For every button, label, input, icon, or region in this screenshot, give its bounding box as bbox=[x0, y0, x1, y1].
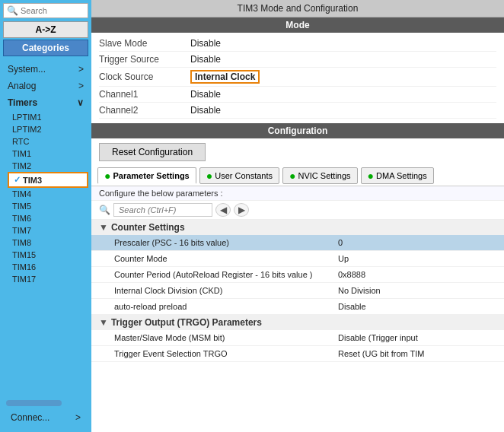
categories-button[interactable]: Categories bbox=[3, 40, 88, 56]
sidebar-item-analog[interactable]: Analog > bbox=[3, 78, 88, 94]
tab-nvic-settings[interactable]: ● NVIC Settings bbox=[282, 167, 358, 184]
trigger-output-label: Trigger Output (TRGO) Parameters bbox=[111, 317, 262, 328]
param-name-counter-period: Counter Period (AutoReload Register - 16… bbox=[91, 268, 335, 281]
tab-dot-params: ● bbox=[104, 170, 110, 181]
param-row-prescaler[interactable]: Prescaler (PSC - 16 bits value) 0 bbox=[91, 235, 504, 251]
tab-label-params: Parameter Settings bbox=[113, 171, 189, 180]
counter-settings-header: ▼ Counter Settings bbox=[91, 220, 504, 235]
sidebar-subitem-tim15[interactable]: TIM15 bbox=[8, 249, 88, 261]
main-content: TIM3 Mode and Configuration Mode Slave M… bbox=[91, 0, 504, 432]
reset-configuration-button[interactable]: Reset Configuration bbox=[99, 143, 206, 161]
sidebar-subitem-tim2[interactable]: TIM2 bbox=[8, 160, 88, 172]
chevron-right-icon-connect: > bbox=[75, 412, 81, 423]
horizontal-scrollbar[interactable] bbox=[6, 400, 62, 406]
mode-section-header: Mode bbox=[91, 17, 504, 33]
param-row-msm[interactable]: Master/Slave Mode (MSM bit) Disable (Tri… bbox=[91, 330, 504, 346]
az-button[interactable]: A->Z bbox=[3, 21, 88, 38]
param-value-msm: Disable (Trigger input bbox=[335, 332, 421, 344]
slave-mode-label: Slave Mode bbox=[99, 38, 190, 49]
field-trigger-source: Trigger Source Disable bbox=[99, 52, 496, 68]
sidebar-subitem-tim1[interactable]: TIM1 bbox=[8, 148, 88, 160]
field-clock-source: Clock Source Internal Clock bbox=[99, 68, 496, 87]
tab-dot-nvic: ● bbox=[289, 170, 295, 181]
param-name-ckd: Internal Clock Division (CKD) bbox=[91, 284, 335, 297]
prev-arrow[interactable]: ◀ bbox=[215, 203, 231, 217]
param-row-counter-period[interactable]: Counter Period (AutoReload Register - 16… bbox=[91, 267, 504, 283]
tab-dot-user: ● bbox=[206, 170, 212, 181]
chevron-right-icon-analog: > bbox=[78, 81, 84, 91]
search-icon-params: 🔍 bbox=[99, 205, 110, 215]
tabs-row: ● Parameter Settings ● User Constants ● … bbox=[91, 166, 504, 186]
param-name-prescaler: Prescaler (PSC - 16 bits value) bbox=[91, 237, 335, 249]
slave-mode-value: Disable bbox=[190, 38, 221, 49]
tab-parameter-settings[interactable]: ● Parameter Settings bbox=[97, 167, 196, 184]
channel1-label: Channel1 bbox=[99, 89, 190, 100]
param-row-counter-mode[interactable]: Counter Mode Up bbox=[91, 251, 504, 267]
param-value-ckd: No Division bbox=[335, 284, 384, 297]
sidebar-item-label-system: System... bbox=[8, 64, 46, 75]
mode-fields: Slave Mode Disable Trigger Source Disabl… bbox=[91, 33, 504, 122]
param-search-row: 🔍 ◀ ▶ bbox=[91, 201, 504, 220]
param-row-ckd[interactable]: Internal Clock Division (CKD) No Divisio… bbox=[91, 283, 504, 299]
sidebar-subitem-lptim1[interactable]: LPTIM1 bbox=[8, 111, 88, 123]
reset-btn-wrapper: Reset Configuration bbox=[91, 138, 504, 166]
sidebar-subitem-tim8[interactable]: TIM8 bbox=[8, 237, 88, 249]
sidebar-subitem-tim3[interactable]: ✓ TIM3 bbox=[8, 172, 88, 188]
trigger-output-header: ▼ Trigger Output (TRGO) Parameters bbox=[91, 315, 504, 330]
search-icon: 🔍 bbox=[7, 5, 18, 16]
sidebar-subitem-tim16[interactable]: TIM16 bbox=[8, 261, 88, 273]
counter-settings-label: Counter Settings bbox=[111, 222, 185, 233]
clock-source-label: Clock Source bbox=[99, 71, 190, 82]
param-name-trgo: Trigger Event Selection TRGO bbox=[91, 348, 335, 360]
config-section-header: Configuration bbox=[91, 123, 504, 138]
param-name-auto-reload: auto-reload preload bbox=[91, 300, 335, 313]
trigger-output-toggle[interactable]: ▼ bbox=[99, 317, 108, 328]
sidebar-subitem-tim5[interactable]: TIM5 bbox=[8, 200, 88, 212]
trigger-source-value: Disable bbox=[190, 54, 221, 65]
param-value-trgo: Reset (UG bit from TIM bbox=[335, 348, 427, 360]
search-bar[interactable]: 🔍 bbox=[3, 3, 88, 18]
sidebar-item-system[interactable]: System... > bbox=[3, 61, 88, 78]
sidebar-subitem-tim4[interactable]: TIM4 bbox=[8, 188, 88, 200]
param-value-counter-mode: Up bbox=[335, 253, 352, 265]
tab-label-user: User Constants bbox=[215, 171, 273, 180]
channel2-value: Disable bbox=[190, 105, 221, 116]
channel2-label: Channel2 bbox=[99, 105, 190, 116]
param-value-prescaler: 0 bbox=[335, 237, 346, 249]
sidebar-search-input[interactable] bbox=[21, 6, 85, 15]
field-channel1: Channel1 Disable bbox=[99, 87, 496, 103]
trigger-source-label: Trigger Source bbox=[99, 54, 190, 65]
sidebar-item-timers[interactable]: Timers ∨ bbox=[3, 94, 88, 111]
sidebar-item-connect[interactable]: Connec... > bbox=[6, 409, 85, 426]
title-bar: TIM3 Mode and Configuration bbox=[91, 0, 504, 17]
param-value-counter-period: 0x8888 bbox=[335, 268, 368, 281]
counter-settings-toggle[interactable]: ▼ bbox=[99, 222, 108, 233]
params-table: ▼ Counter Settings Prescaler (PSC - 16 b… bbox=[91, 220, 504, 432]
tab-dma-settings[interactable]: ● DMA Settings bbox=[361, 167, 434, 184]
clock-source-value[interactable]: Internal Clock bbox=[190, 70, 260, 84]
sidebar-subitem-tim17[interactable]: TIM17 bbox=[8, 273, 88, 285]
tab-user-constants[interactable]: ● User Constants bbox=[199, 167, 279, 184]
param-value-auto-reload: Disable bbox=[335, 300, 369, 313]
param-name-msm: Master/Slave Mode (MSM bit) bbox=[91, 332, 335, 344]
param-row-trgo[interactable]: Trigger Event Selection TRGO Reset (UG b… bbox=[91, 346, 504, 362]
sidebar-subitem-tim7[interactable]: TIM7 bbox=[8, 224, 88, 237]
chevron-right-icon-system: > bbox=[78, 64, 84, 75]
sidebar-item-label-timers: Timers bbox=[8, 97, 37, 108]
tab-label-dma: DMA Settings bbox=[376, 171, 427, 180]
param-row-auto-reload[interactable]: auto-reload preload Disable bbox=[91, 299, 504, 315]
sidebar-bottom: Connec... > bbox=[3, 394, 88, 429]
sidebar-subitem-rtc[interactable]: RTC bbox=[8, 135, 88, 148]
check-icon: ✓ bbox=[14, 175, 21, 185]
field-channel2: Channel2 Disable bbox=[99, 103, 496, 119]
channel1-value: Disable bbox=[190, 89, 221, 100]
param-search-input[interactable] bbox=[113, 203, 212, 217]
sidebar-subitem-tim6[interactable]: TIM6 bbox=[8, 212, 88, 224]
param-name-counter-mode: Counter Mode bbox=[91, 253, 335, 265]
configure-text: Configure the below parameters : bbox=[91, 186, 504, 201]
field-slave-mode: Slave Mode Disable bbox=[99, 36, 496, 52]
next-arrow[interactable]: ▶ bbox=[234, 203, 249, 217]
sidebar-item-label-analog: Analog bbox=[8, 81, 36, 91]
chevron-down-icon-timers: ∨ bbox=[77, 97, 84, 108]
sidebar-subitem-lptim2[interactable]: LPTIM2 bbox=[8, 123, 88, 135]
